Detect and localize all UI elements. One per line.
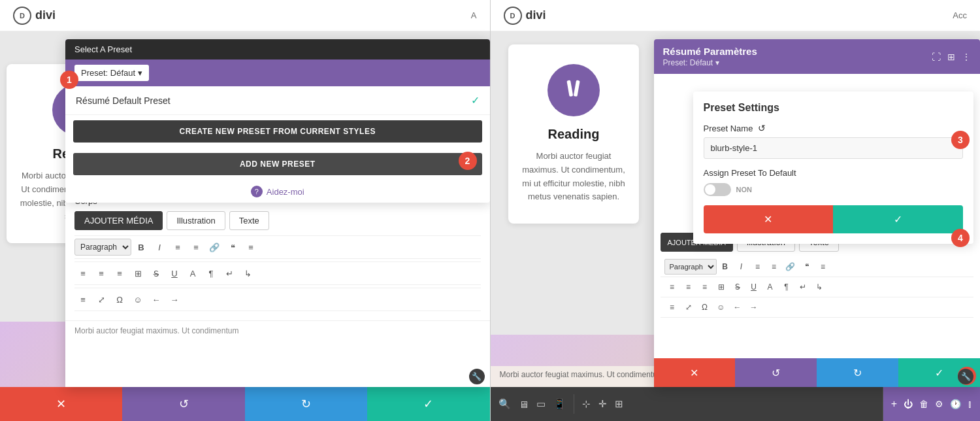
right-search-icon[interactable]: 🔍 bbox=[498, 398, 511, 410]
right-omega-icon[interactable]: Ω bbox=[697, 299, 713, 315]
right-clock-icon[interactable]: 🕐 bbox=[950, 399, 961, 409]
right-gear-icon[interactable]: ⚙ bbox=[935, 399, 943, 409]
omega-icon[interactable]: Ω bbox=[111, 291, 128, 308]
right-emoji-icon[interactable]: ☺ bbox=[713, 299, 729, 315]
right-toggle[interactable] bbox=[704, 183, 731, 196]
right-expand-icon[interactable]: ⤢ bbox=[681, 299, 696, 315]
left-preset-popup-header: Select A Preset bbox=[65, 39, 490, 59]
right-format-icon[interactable]: ¶ bbox=[779, 279, 794, 295]
right-refresh-icon[interactable]: ↺ bbox=[758, 123, 766, 133]
right-move-icon[interactable]: ✛ bbox=[598, 398, 607, 410]
right-monitor-icon[interactable]: 🖥 bbox=[519, 399, 529, 410]
right-fullscreen-icon[interactable]: ⛶ bbox=[932, 52, 941, 62]
left-paragraph-select[interactable]: Paragraph bbox=[74, 239, 131, 256]
indent2-icon[interactable]: ↳ bbox=[239, 265, 256, 282]
right-align-center-icon[interactable]: ≡ bbox=[681, 279, 696, 295]
right-mobile-icon[interactable]: 📱 bbox=[553, 398, 566, 410]
link-icon[interactable]: 🔗 bbox=[206, 239, 223, 256]
right-underline-icon[interactable]: U bbox=[746, 279, 762, 295]
right-grid2-icon[interactable]: ⊞ bbox=[615, 398, 623, 410]
right-undo-text-icon[interactable]: ← bbox=[730, 299, 745, 315]
right-align-icon[interactable]: ≡ bbox=[815, 259, 831, 275]
right-quote-icon[interactable]: ❝ bbox=[799, 259, 815, 275]
right-table-icon[interactable]: ⊞ bbox=[713, 279, 729, 295]
right-color-icon[interactable]: A bbox=[762, 279, 778, 295]
left-preset-dropdown[interactable]: Preset: Défaut ▾ bbox=[74, 65, 149, 81]
ol-icon[interactable]: ≡ bbox=[188, 239, 204, 256]
left-toolbar-row1: Paragraph B I ≡ ≡ 🔗 ❝ ≡ bbox=[74, 235, 481, 259]
right-power-icon[interactable]: ⏻ bbox=[904, 399, 913, 409]
align-left-icon[interactable]: ≡ bbox=[74, 265, 91, 282]
align-center-icon[interactable]: ≡ bbox=[93, 265, 110, 282]
left-create-preset-btn[interactable]: CREATE NEW PRESET FROM CURRENT STYLES bbox=[73, 120, 482, 143]
expand-icon[interactable]: ⤢ bbox=[93, 291, 110, 308]
step-badge-2: 2 bbox=[459, 152, 477, 170]
right-ol-icon[interactable]: ≡ bbox=[766, 259, 782, 275]
emoji-icon[interactable]: ☺ bbox=[129, 291, 146, 308]
right-cancel-btn[interactable]: ✕ bbox=[654, 358, 736, 387]
right-more-icon[interactable]: ⋮ bbox=[962, 52, 971, 62]
right-redo-btn[interactable]: ↻ bbox=[817, 358, 898, 387]
right-align4-icon[interactable]: ≡ bbox=[664, 299, 680, 315]
right-paragraph-select[interactable]: Paragraph bbox=[664, 259, 717, 275]
right-link-icon[interactable]: 🔗 bbox=[783, 259, 798, 275]
right-cursor-icon[interactable]: ⊹ bbox=[582, 398, 591, 410]
right-confirm-ok[interactable]: ✓ bbox=[833, 205, 963, 233]
right-header-right: Acc bbox=[953, 10, 967, 20]
undo-text-icon[interactable]: ← bbox=[148, 291, 165, 308]
right-wrench-icon[interactable]: 🔧 bbox=[958, 369, 973, 384]
right-strike-icon[interactable]: S̶ bbox=[730, 279, 745, 295]
right-add-icon[interactable]: + bbox=[891, 398, 897, 410]
italic-icon[interactable]: I bbox=[151, 239, 168, 256]
left-save-btn[interactable]: ✓ bbox=[367, 387, 489, 421]
format-icon[interactable]: ¶ bbox=[203, 265, 220, 282]
right-bold-icon[interactable]: B bbox=[717, 259, 733, 275]
right-redo-text-icon[interactable]: → bbox=[746, 299, 762, 315]
strikethrough-icon[interactable]: S̶ bbox=[148, 265, 165, 282]
left-tab-texte[interactable]: Texte bbox=[229, 211, 269, 230]
table-icon[interactable]: ⊞ bbox=[129, 265, 146, 282]
right-preset-name-input[interactable] bbox=[704, 137, 964, 159]
wrench-icon[interactable]: 🔧 bbox=[469, 369, 485, 384]
indent-icon[interactable]: ↵ bbox=[221, 265, 238, 282]
right-pencil-icon bbox=[561, 78, 586, 103]
left-undo-btn[interactable]: ↺ bbox=[122, 387, 244, 421]
ul-icon[interactable]: ≡ bbox=[169, 239, 186, 256]
right-preset-settings-title: Preset Settings bbox=[704, 102, 964, 114]
underline-icon[interactable]: U bbox=[166, 265, 183, 282]
right-indent2-icon[interactable]: ↳ bbox=[811, 279, 827, 295]
step-badge-4-inner: 4 bbox=[951, 229, 970, 247]
left-panel: D divi A Reading Morbi auctor feugiat ma… bbox=[0, 0, 490, 421]
redo-text-icon[interactable]: → bbox=[166, 291, 183, 308]
right-module-subtitle: Preset: Défaut ▾ bbox=[663, 58, 757, 67]
right-columns-icon[interactable]: ⫿ bbox=[968, 399, 972, 409]
right-grid-icon[interactable]: ⊞ bbox=[947, 52, 955, 62]
right-italic-icon[interactable]: I bbox=[734, 259, 749, 275]
right-align-left-icon[interactable]: ≡ bbox=[664, 279, 680, 295]
right-indent-icon[interactable]: ↵ bbox=[795, 279, 811, 295]
right-preset-settings: Preset Settings Preset Name ↺ Assign Pre… bbox=[693, 92, 974, 244]
quote-icon[interactable]: ❝ bbox=[224, 239, 241, 256]
left-redo-btn[interactable]: ↻ bbox=[245, 387, 367, 421]
align-right-icon[interactable]: ≡ bbox=[111, 265, 128, 282]
left-logo-circle: D bbox=[13, 7, 31, 25]
left-tab-media[interactable]: AJOUTER MÉDIA bbox=[74, 211, 163, 230]
right-undo-btn[interactable]: ↺ bbox=[735, 358, 817, 387]
left-preset-item[interactable]: Résumé Default Preset ✓ bbox=[65, 86, 490, 115]
left-add-preset-btn[interactable]: ADD NEW PRESET bbox=[73, 153, 482, 175]
right-confirm-btns: ✕ ✓ bbox=[704, 205, 964, 233]
left-tab-illustration[interactable]: Illustration bbox=[167, 211, 225, 230]
color-icon[interactable]: A bbox=[184, 265, 201, 282]
right-toolbar-row3: ≡ ⤢ Ω ☺ ← → bbox=[661, 297, 974, 318]
right-confirm-cancel[interactable]: ✕ bbox=[704, 205, 834, 233]
right-tablet-icon[interactable]: ▭ bbox=[536, 398, 546, 410]
right-ul-icon[interactable]: ≡ bbox=[750, 259, 766, 275]
left-cancel-btn[interactable]: ✕ bbox=[0, 387, 122, 421]
align3-icon[interactable]: ≡ bbox=[74, 291, 91, 308]
bold-icon[interactable]: B bbox=[133, 239, 150, 256]
left-header-right: A bbox=[471, 10, 477, 20]
right-align-right-icon[interactable]: ≡ bbox=[697, 279, 713, 295]
align-icon[interactable]: ≡ bbox=[242, 239, 259, 256]
right-logo-circle: D bbox=[504, 7, 522, 25]
right-trash-icon[interactable]: 🗑 bbox=[919, 399, 928, 409]
